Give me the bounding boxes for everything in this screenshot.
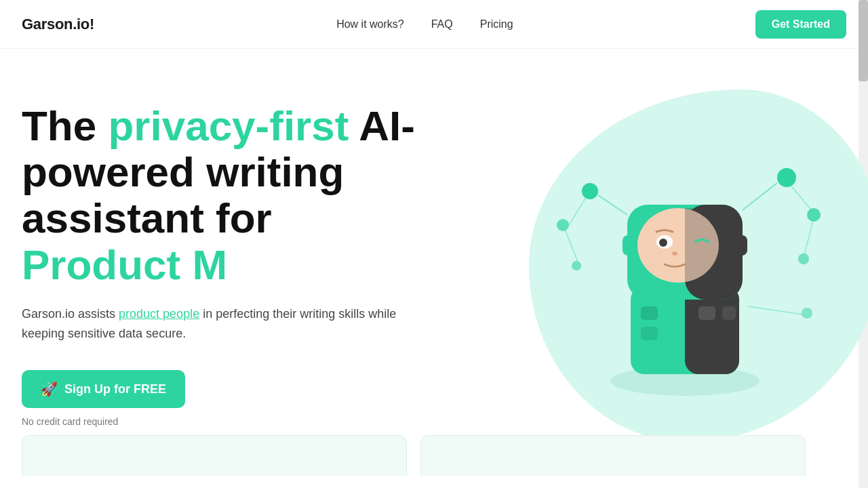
svg-point-15 — [572, 261, 581, 270]
svg-line-18 — [564, 228, 578, 262]
hero-subtitle: Garson.io assists product people in perf… — [22, 304, 401, 344]
bottom-card-1 — [22, 435, 407, 476]
rocket-icon: 🚀 — [41, 381, 58, 397]
hero-subtitle-prefix: Garson.io assists — [22, 307, 119, 321]
bottom-cards-row — [0, 435, 827, 476]
bottom-card-2 — [420, 435, 806, 476]
hero-section: The privacy-first AI-powered writing ass… — [0, 49, 868, 476]
svg-point-25 — [802, 308, 812, 319]
nav-faq[interactable]: FAQ — [431, 18, 453, 30]
svg-point-10 — [672, 251, 677, 256]
svg-point-21 — [798, 253, 809, 264]
hero-title: The privacy-first AI-powered writing ass… — [22, 103, 456, 288]
hero-title-accent: privacy-first — [108, 102, 349, 149]
signup-label: Sign Up for FREE — [64, 382, 166, 396]
svg-rect-12 — [736, 235, 747, 256]
no-credit-card-note: No credit card required — [22, 416, 456, 427]
svg-rect-29 — [698, 306, 715, 320]
svg-point-14 — [557, 219, 569, 231]
svg-rect-27 — [641, 306, 658, 320]
hero-title-prefix: The — [22, 102, 108, 149]
svg-line-23 — [787, 180, 812, 211]
svg-rect-28 — [641, 327, 658, 340]
signup-button[interactable]: 🚀 Sign Up for FREE — [22, 370, 185, 408]
product-people-link[interactable]: product people — [119, 307, 199, 321]
hero-illustration — [488, 89, 868, 469]
svg-point-9 — [659, 239, 667, 247]
nav-how-it-works[interactable]: How it works? — [336, 18, 404, 30]
svg-line-16 — [598, 195, 627, 215]
robot-illustration — [522, 110, 848, 435]
svg-line-17 — [569, 191, 590, 225]
get-started-button[interactable]: Get Started — [755, 10, 846, 39]
svg-point-19 — [777, 168, 796, 187]
navbar: Garson.io! How it works? FAQ Pricing Get… — [0, 0, 868, 49]
svg-rect-30 — [722, 306, 736, 320]
hero-title-brand: Product M — [22, 241, 227, 288]
logo: Garson.io! — [22, 16, 94, 33]
nav-pricing[interactable]: Pricing — [480, 18, 513, 30]
svg-line-22 — [743, 183, 777, 210]
nav-links: How it works? FAQ Pricing — [336, 18, 513, 30]
svg-line-24 — [804, 218, 814, 255]
hero-content: The privacy-first AI-powered writing ass… — [22, 89, 456, 427]
svg-rect-11 — [623, 235, 633, 256]
svg-line-26 — [748, 306, 803, 314]
